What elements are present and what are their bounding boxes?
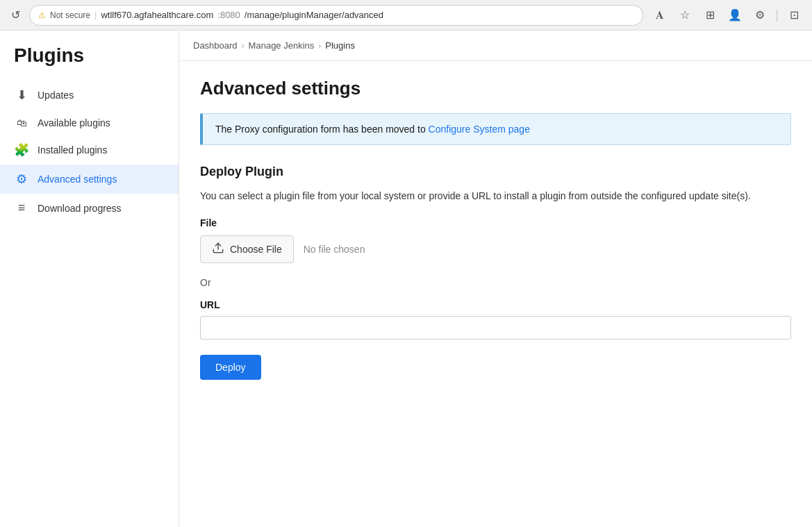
breadcrumb-sep-1: › [242, 41, 245, 51]
profile-button[interactable]: 👤 [725, 6, 745, 25]
sidebar-item-label-updates: Updates [38, 90, 74, 101]
configure-system-link[interactable]: Configure System page [429, 124, 530, 135]
browser-chrome: ↺ ⚠ Not secure | wtllf670.agfahealthcare… [0, 0, 812, 31]
sidebar-item-label-installed: Installed plugins [38, 144, 107, 156]
sidebar-item-available[interactable]: 🛍 Available plugins [0, 110, 179, 135]
url-label: URL [200, 299, 791, 310]
download-progress-icon: ≡ [14, 201, 29, 215]
deploy-plugin-description: You can select a plugin file from your l… [200, 189, 791, 203]
address-separator: | [94, 10, 97, 20]
main-content: Dashboard › Manage Jenkins › Plugins Adv… [179, 31, 812, 527]
sidebar-title: Plugins [0, 44, 179, 81]
page-layout: Plugins ⬇ Updates 🛍 Available plugins 🧩 … [0, 31, 812, 527]
updates-icon: ⬇ [14, 87, 29, 103]
sidebar-item-installed[interactable]: 🧩 Installed plugins [0, 135, 179, 165]
file-label: File [200, 217, 791, 228]
no-file-text: No file chosen [304, 244, 365, 255]
bookmark-button[interactable]: ☆ [675, 6, 695, 25]
sidebar-item-download-progress[interactable]: ≡ Download progress [0, 194, 179, 222]
not-secure-icon: ⚠ [38, 10, 46, 20]
sidebar-item-advanced[interactable]: ⚙ Advanced settings [0, 165, 179, 194]
url-path: /manage/pluginManager/advanced [245, 10, 383, 20]
choose-file-button[interactable]: Choose File [200, 235, 294, 263]
deploy-button-container: Deploy [200, 355, 791, 380]
url-input[interactable] [200, 316, 791, 340]
url-domain: wtllf670.agfahealthcare.com [101, 10, 213, 20]
url-port: :8080 [217, 10, 240, 20]
extension-button[interactable]: ⊞ [700, 6, 720, 25]
sidebar-nav: ⬇ Updates 🛍 Available plugins 🧩 Installe… [0, 81, 179, 222]
address-bar[interactable]: ⚠ Not secure | wtllf670.agfahealthcare.c… [29, 5, 643, 26]
file-upload-area: Choose File No file chosen [200, 235, 791, 263]
or-divider: Or [200, 277, 791, 288]
breadcrumb-manage-jenkins[interactable]: Manage Jenkins [249, 40, 315, 51]
settings-button[interactable]: ⚙ [750, 6, 770, 25]
upload-icon [212, 242, 224, 257]
choose-file-label: Choose File [230, 244, 282, 255]
layout-button[interactable]: ⊡ [784, 6, 804, 25]
refresh-icon: ↺ [11, 8, 20, 22]
sidebar-item-updates[interactable]: ⬇ Updates [0, 81, 179, 110]
page-title: Advanced settings [200, 78, 791, 99]
breadcrumb-plugins: Plugins [325, 40, 355, 51]
deploy-button[interactable]: Deploy [200, 355, 261, 380]
refresh-button[interactable]: ↺ [8, 8, 22, 22]
info-box-text: The Proxy configuration form has been mo… [215, 124, 429, 135]
breadcrumb: Dashboard › Manage Jenkins › Plugins [179, 31, 812, 61]
proxy-info-box: The Proxy configuration form has been mo… [200, 113, 791, 145]
not-secure-text: Not secure [50, 10, 90, 20]
sidebar-item-label-available: Available plugins [38, 117, 110, 128]
deploy-plugin-title: Deploy Plugin [200, 165, 791, 179]
available-icon: 🛍 [14, 117, 29, 128]
sidebar: Plugins ⬇ Updates 🛍 Available plugins 🧩 … [0, 31, 179, 527]
reader-mode-button[interactable]: 𝐀 [650, 6, 670, 25]
content-area: Advanced settings The Proxy configuratio… [179, 61, 812, 396]
sidebar-item-label-download-progress: Download progress [38, 203, 122, 214]
installed-icon: 🧩 [14, 142, 29, 158]
advanced-icon: ⚙ [14, 172, 29, 187]
breadcrumb-dashboard[interactable]: Dashboard [193, 40, 238, 51]
sidebar-item-label-advanced: Advanced settings [38, 174, 117, 185]
breadcrumb-sep-2: › [318, 41, 321, 51]
browser-actions: 𝐀 ☆ ⊞ 👤 ⚙ | ⊡ [650, 6, 804, 25]
